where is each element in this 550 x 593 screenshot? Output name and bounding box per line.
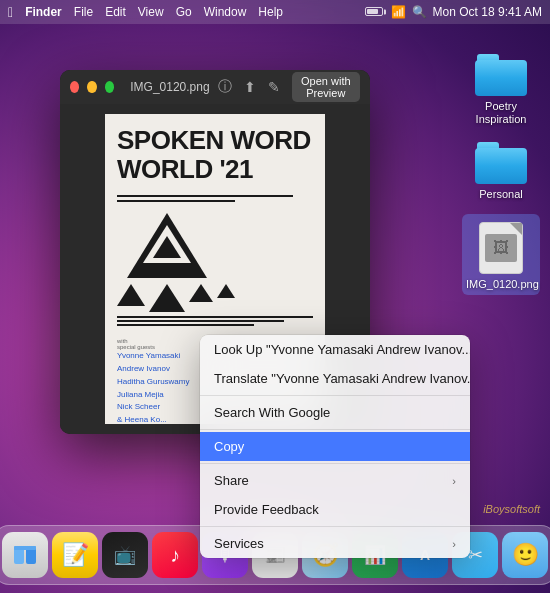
- menu-item-services[interactable]: Services ›: [200, 529, 470, 558]
- folder-label-poetry: Poetry Inspiration: [466, 100, 536, 126]
- menubar-file[interactable]: File: [74, 5, 93, 19]
- menubar-window[interactable]: Window: [204, 5, 247, 19]
- wifi-icon: 📶: [391, 5, 406, 19]
- folder-icon-personal: [475, 142, 527, 184]
- poster-graphic: [117, 191, 313, 330]
- battery-icon: [365, 5, 385, 19]
- apple-menu[interactable]: : [8, 4, 13, 20]
- dock-app-music[interactable]: ♪: [152, 532, 198, 578]
- dock-app-finder[interactable]: 🙂: [502, 532, 548, 578]
- desktop-icons: Poetry Inspiration Personal 🖼 IMG_0120.p…: [462, 50, 540, 295]
- menu-item-look-up-label: Look Up "Yvonne Yamasaki Andrew Ivanov..…: [214, 342, 470, 357]
- file-icon-img: 🖼: [477, 218, 525, 274]
- context-menu: Look Up "Yvonne Yamasaki Andrew Ivanov..…: [200, 335, 470, 558]
- menu-item-share[interactable]: Share ›: [200, 466, 470, 495]
- menu-divider-1: [200, 395, 470, 396]
- menubar-right: 📶 🔍 Mon Oct 18 9:41 AM: [365, 5, 542, 19]
- info-icon[interactable]: ⓘ: [218, 78, 232, 96]
- watermark: iBoysoftsoft: [483, 503, 540, 515]
- horizontal-lines: [117, 195, 313, 205]
- poster-title: SPOKEN WORDWORLD '21: [117, 126, 313, 183]
- menu-item-translate-label: Translate "Yvonne Yamasaki Andrew Ivanov…: [214, 371, 470, 386]
- menu-item-services-label: Services: [214, 536, 264, 551]
- menubar-app-name[interactable]: Finder: [25, 5, 62, 19]
- menubar-edit[interactable]: Edit: [105, 5, 126, 19]
- open-with-preview-button[interactable]: Open with Preview: [292, 72, 360, 102]
- folder-icon-poetry: [475, 54, 527, 96]
- menu-divider-3: [200, 463, 470, 464]
- menu-item-share-label: Share: [214, 473, 249, 488]
- dock-app-files[interactable]: [2, 532, 48, 578]
- minimize-button[interactable]: [87, 81, 96, 93]
- search-icon[interactable]: 🔍: [412, 5, 427, 19]
- desktop:  Finder File Edit View Go Window Help 📶…: [0, 0, 550, 593]
- quicklook-titlebar: IMG_0120.png ⓘ ⬆ ✎ Open with Preview: [60, 70, 370, 104]
- titlebar-filename: IMG_0120.png: [130, 80, 209, 94]
- desktop-icon-img-file[interactable]: 🖼 IMG_0120.png: [462, 214, 540, 295]
- desktop-icon-poetry-inspiration[interactable]: Poetry Inspiration: [462, 50, 540, 130]
- menu-item-translate[interactable]: Translate "Yvonne Yamasaki Andrew Ivanov…: [200, 364, 470, 393]
- share-icon[interactable]: ⬆: [244, 79, 256, 95]
- menu-item-feedback[interactable]: Provide Feedback: [200, 495, 470, 524]
- menu-divider-2: [200, 429, 470, 430]
- file-label-img: IMG_0120.png: [466, 278, 536, 291]
- menu-item-copy[interactable]: Copy: [200, 432, 470, 461]
- svg-rect-2: [14, 546, 36, 550]
- close-button[interactable]: [70, 81, 79, 93]
- titlebar-actions: ⓘ ⬆ ✎ Open with Preview: [218, 72, 360, 102]
- menubar:  Finder File Edit View Go Window Help 📶…: [0, 0, 550, 24]
- share-submenu-arrow: ›: [452, 475, 456, 487]
- menu-item-look-up[interactable]: Look Up "Yvonne Yamasaki Andrew Ivanov..…: [200, 335, 470, 364]
- menu-item-search-google-label: Search With Google: [214, 405, 330, 420]
- menubar-view[interactable]: View: [138, 5, 164, 19]
- menu-item-search-google[interactable]: Search With Google: [200, 398, 470, 427]
- menubar-clock: Mon Oct 18 9:41 AM: [433, 5, 542, 19]
- maximize-button[interactable]: [105, 81, 114, 93]
- menubar-left:  Finder File Edit View Go Window Help: [8, 4, 283, 20]
- menu-item-feedback-label: Provide Feedback: [214, 502, 319, 517]
- menu-item-copy-label: Copy: [214, 439, 244, 454]
- desktop-icon-personal[interactable]: Personal: [471, 138, 531, 205]
- menu-divider-4: [200, 526, 470, 527]
- services-submenu-arrow: ›: [452, 538, 456, 550]
- menubar-go[interactable]: Go: [176, 5, 192, 19]
- dock-app-appletv[interactable]: 📺: [102, 532, 148, 578]
- folder-label-personal: Personal: [479, 188, 522, 201]
- markup-icon[interactable]: ✎: [268, 79, 280, 95]
- menubar-help[interactable]: Help: [258, 5, 283, 19]
- dock-app-notes[interactable]: 📝: [52, 532, 98, 578]
